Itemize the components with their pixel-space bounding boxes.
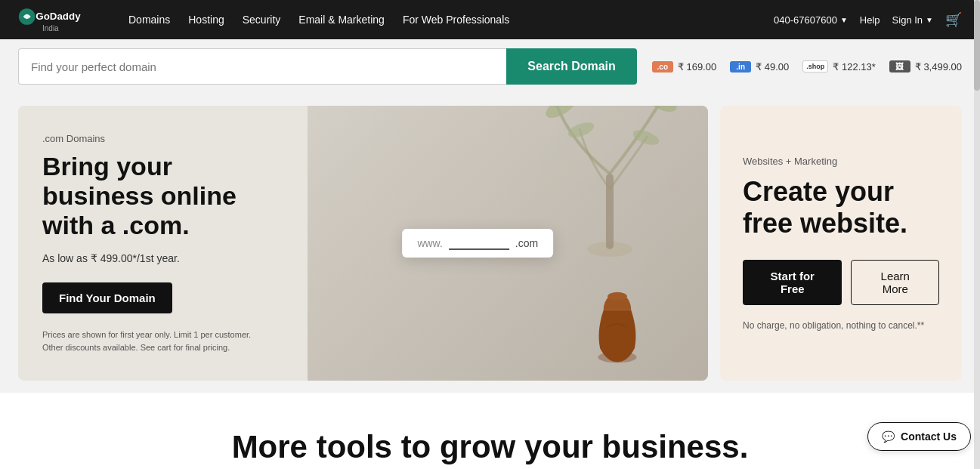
right-card-note: No charge, no obligation, nothing to can… [743,320,939,331]
hero-title: Bring your business online with a .com. [42,152,266,240]
nav-hosting[interactable]: Hosting [181,9,231,30]
search-button[interactable]: Search Domain [506,48,636,85]
nav-email-marketing[interactable]: Email & Marketing [291,9,392,30]
hero-tag: .com Domains [42,133,266,144]
tld-shop-badge: .shop [802,60,828,73]
right-card-tag: Websites + Marketing [743,156,939,167]
hero-image-area: www. .com [308,106,708,381]
find-domain-button[interactable]: Find Your Domain [42,282,172,313]
sign-in-link[interactable]: Sign In ▼ [892,14,933,26]
svg-point-7 [631,127,660,147]
bottom-section: More tools to grow your business. We're … [0,393,980,469]
plant-decor-icon [542,106,678,264]
start-free-button[interactable]: Start for Free [743,260,842,305]
chat-icon: 💬 [882,430,895,443]
tld-img-badge: 🖼 [889,60,910,73]
nav-domains[interactable]: Domains [121,9,178,30]
bottom-title: More tools to grow your business. [18,429,962,465]
logo[interactable]: GoDaddy India [18,8,94,32]
contact-us-button[interactable]: 💬 Contact Us [867,422,971,451]
tld-shop: .shop ₹ 122.13* [802,60,875,73]
tld-co: .co ₹ 169.00 [652,61,716,73]
domain-field [449,236,509,250]
svg-text:GoDaddy: GoDaddy [36,11,81,22]
phone-number[interactable]: 040-67607600 ▼ [774,14,848,26]
nav-security[interactable]: Security [235,9,289,30]
region-label: India [42,24,59,32]
svg-point-4 [543,106,579,122]
svg-point-5 [643,106,678,116]
search-input-wrap [18,48,506,85]
contact-label: Contact Us [901,430,957,443]
nav-web-professionals[interactable]: For Web Professionals [395,9,517,30]
main-section: .com Domains Bring your business online … [0,94,980,393]
tld-co-price: ₹ 169.00 [678,61,716,73]
tld-co-badge: .co [652,61,673,73]
tld-in-badge: .in [730,61,751,73]
godaddy-logo: GoDaddy [18,8,94,26]
www-text: www. [417,237,442,249]
tld-img: 🖼 ₹ 3,499.00 [889,60,962,73]
tld-in-price: ₹ 49.00 [756,61,789,73]
domain-mockup: www. .com [402,229,553,258]
nav-links: Domains Hosting Security Email & Marketi… [121,9,753,30]
search-bar: Search Domain .co ₹ 169.00 .in ₹ 49.00 .… [0,39,980,94]
dotcom-text: .com [515,237,538,249]
phone-dropdown-icon: ▼ [840,16,848,24]
svg-point-9 [607,292,627,301]
right-card-buttons: Start for Free Learn More [743,260,939,305]
cart-icon[interactable]: 🛒 [945,11,962,28]
scroll-thumb [974,0,980,91]
hero-disclaimer: Prices are shown for first year only. Li… [42,329,266,353]
navbar: GoDaddy India Domains Hosting Security E… [0,0,980,39]
tld-shop-price: ₹ 122.13* [833,61,875,73]
help-link[interactable]: Help [860,14,880,26]
tld-img-price: ₹ 3,499.00 [915,61,962,73]
right-card: Websites + Marketing Create your free we… [720,106,962,381]
signin-dropdown-icon: ▼ [926,16,933,24]
hero-card: .com Domains Bring your business online … [18,106,708,381]
tld-prices: .co ₹ 169.00 .in ₹ 49.00 .shop ₹ 122.13*… [652,60,962,73]
hero-subtitle: As low as ₹ 499.00*/1st year. [42,252,266,264]
search-input[interactable] [31,60,494,73]
scrollbar[interactable] [974,0,980,469]
tld-in: .in ₹ 49.00 [730,61,789,73]
hero-content: .com Domains Bring your business online … [18,106,290,381]
right-card-title: Create your free website. [743,176,939,239]
vase-decor-icon [587,282,648,366]
learn-more-button[interactable]: Learn More [851,260,939,305]
nav-right: 040-67607600 ▼ Help Sign In ▼ 🛒 [774,11,962,28]
